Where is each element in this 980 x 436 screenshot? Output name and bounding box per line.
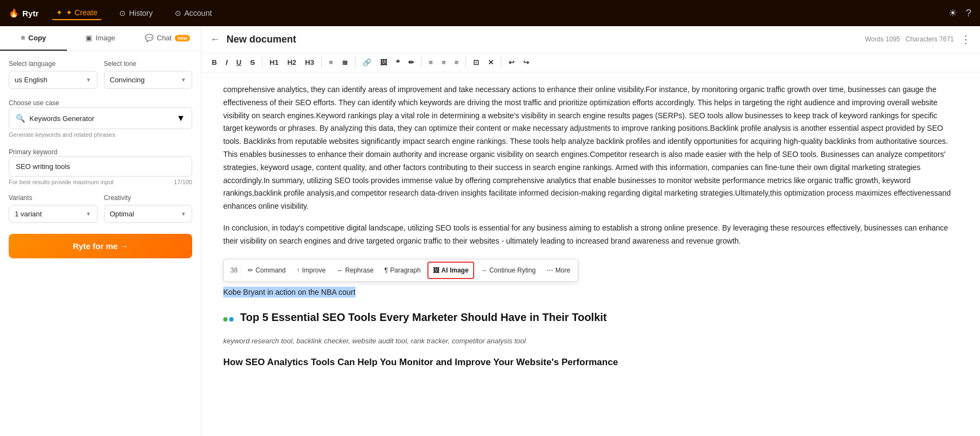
tone-value: Convincing [110,76,145,84]
keyword-hints: For best results provide maximum input 1… [9,179,192,185]
use-case-chevron: ▼ [176,113,185,123]
improve-icon: ↑ [297,265,300,276]
link-button[interactable]: 🔗 [359,56,375,69]
ryte-button[interactable]: Ryte for me → [9,234,192,258]
theme-toggle-icon[interactable]: ☀ [948,7,957,19]
use-case-icon: 🔍 [16,114,25,123]
nav-create[interactable]: ✦ ✦ Create [52,6,102,20]
tone-select[interactable]: Convincing ▼ [104,71,193,89]
history-icon: ⊙ [119,9,126,17]
chat-icon: 💬 [145,34,154,42]
tab-copy[interactable]: ≡ Copy [0,26,67,51]
creativity-value: Optimal [110,210,134,218]
improve-button[interactable]: ↑ Improve [292,263,330,278]
creativity-label: Creativity [104,194,193,202]
toolbar-sep-6 [501,57,501,68]
language-chevron: ▼ [86,77,91,83]
doc-title: New document [226,34,865,45]
creativity-group: Creativity Optimal ▼ [104,194,193,223]
create-icon: ✦ [56,8,63,17]
h1-button[interactable]: H1 [266,56,283,69]
italic-button[interactable]: I [222,56,231,69]
tone-chevron: ▼ [181,77,186,83]
more-icon: ⋯ [547,265,553,276]
use-case-label: Choose use case [9,99,59,107]
ai-image-icon: 🖼 [433,265,439,276]
table-button[interactable]: ⊡ [469,56,483,69]
bullet-list-button[interactable]: ≡ [325,56,337,69]
quote-button[interactable]: ❝ [392,56,403,69]
body-paragraph: comprehensive analytics, they can identi… [223,83,958,213]
command-button[interactable]: ✏ Command [243,263,290,278]
language-tone-row: Select language us English ▼ Select tone… [9,60,192,89]
copy-icon: ≡ [21,34,25,42]
paragraph-button[interactable]: ¶ Paragraph [380,263,425,278]
toolbar-sep-3 [355,57,356,68]
back-button[interactable]: ← [210,34,220,45]
creativity-select[interactable]: Optimal ▼ [104,205,193,223]
ordered-list-button[interactable]: ≣ [338,56,352,69]
doc-menu-button[interactable]: ⋮ [960,33,971,46]
image-icon: ▣ [85,34,92,42]
heading1-row: Top 5 Essential SEO Tools Every Marketer… [223,308,958,331]
undo-button[interactable]: ↩ [505,56,518,69]
word-count: Words 1095 Characters 7671 [865,35,954,43]
h3-button[interactable]: H3 [301,56,318,69]
ai-image-button[interactable]: 🖼 AI Image [427,262,474,279]
primary-keyword-group: Primary keyword SEO writing tools [9,147,192,177]
words-count: 1095 [886,35,901,43]
account-icon: ⊙ [175,9,181,17]
align-center-button[interactable]: ≡ [438,56,450,69]
more-button[interactable]: ⋯ More [542,263,574,278]
nav-account[interactable]: ⊙ Account [170,7,217,20]
use-case-group: Choose use case 🔍 Keywords Generator ▼ G… [9,98,192,138]
keyword-input[interactable]: SEO writing tools [9,156,192,177]
highlight-button[interactable]: ✏ [405,56,418,69]
sidebar-content: Select language us English ▼ Select tone… [0,51,201,436]
bold-button[interactable]: B [208,56,220,69]
keyword-hint-left: For best results provide maximum input [9,179,114,185]
image-button[interactable]: 🖼 [376,56,391,69]
toolbar-sep-1 [262,57,262,68]
use-case-value: Keywords Generator [29,114,172,123]
keywords-line: keyword research tool, backlink checker,… [223,335,958,347]
toolbar-sep-2 [321,57,322,68]
underline-button[interactable]: U [232,56,245,69]
rephrase-button[interactable]: ↔ Rephrase [332,263,378,278]
logo[interactable]: 🔥 Rytr [9,8,39,18]
language-value: us English [15,76,47,84]
tab-chat[interactable]: 💬 Chat new [134,26,201,51]
tab-image[interactable]: ▣ Image [67,26,134,51]
words-label: Words [865,35,886,43]
floating-toolbar: 38 ✏ Command ↑ Improve ↔ Rephrase ¶ [223,259,578,282]
heading2: How SEO Analytics Tools Can Help You Mon… [223,355,958,371]
editor-content[interactable]: comprehensive analytics, they can identi… [201,72,980,436]
variants-select[interactable]: 1 variant ▼ [9,205,97,223]
float-toolbar-num: 38 [227,263,241,278]
continue-ryting-button[interactable]: → Continue Ryting [476,263,540,278]
keyword-hint-right: 17/100 [174,179,192,185]
sidebar-tabs: ≡ Copy ▣ Image 💬 Chat new [0,26,201,51]
variants-value: 1 variant [15,210,42,218]
tone-label: Select tone [104,60,193,68]
h2-button[interactable]: H2 [284,56,301,69]
toolbar-sep-5 [465,57,466,68]
nav-history[interactable]: ⊙ History [115,7,157,20]
align-left-button[interactable]: ≡ [425,56,437,69]
variants-row: Variants 1 variant ▼ Creativity Optimal … [9,194,192,223]
align-right-button[interactable]: ≡ [451,56,463,69]
strikethrough-button[interactable]: S [246,56,259,69]
language-label: Select language [9,60,97,68]
toolbar-sep-4 [421,57,422,68]
help-icon[interactable]: ? [966,8,971,19]
paragraph-icon: ¶ [384,265,388,276]
selected-text-para: Kobe Bryant in action on the NBA court [223,286,958,299]
doc-header: ← New document Words 1095 Characters 767… [201,26,980,53]
clear-format-button[interactable]: ✕ [484,56,498,69]
redo-button[interactable]: ↪ [519,56,533,69]
language-select[interactable]: us English ▼ [9,71,97,89]
use-case-select[interactable]: 🔍 Keywords Generator ▼ [9,107,192,129]
command-icon: ✏ [248,265,253,276]
heading1: Top 5 Essential SEO Tools Every Marketer… [240,308,607,326]
tone-group: Select tone Convincing ▼ [104,60,193,89]
